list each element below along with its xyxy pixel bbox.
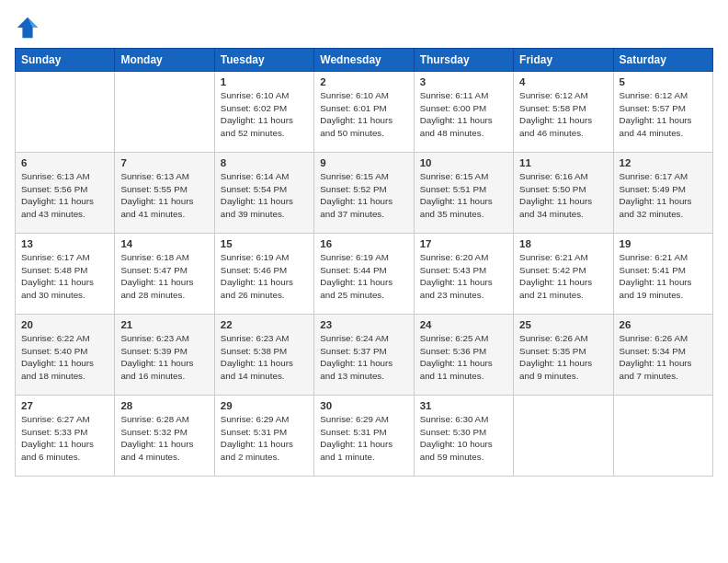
calendar-cell: 26Sunrise: 6:26 AMSunset: 5:34 PMDayligh… — [613, 315, 712, 396]
day-info: Sunrise: 6:15 AMSunset: 5:52 PMDaylight:… — [320, 170, 407, 221]
day-number: 31 — [420, 400, 507, 411]
day-info: Sunrise: 6:12 AMSunset: 5:57 PMDaylight:… — [620, 89, 707, 140]
day-info: Sunrise: 6:13 AMSunset: 5:56 PMDaylight:… — [21, 170, 108, 221]
day-number: 23 — [320, 319, 407, 330]
calendar-cell: 28Sunrise: 6:28 AMSunset: 5:32 PMDayligh… — [115, 396, 214, 477]
calendar-cell: 19Sunrise: 6:21 AMSunset: 5:41 PMDayligh… — [613, 234, 712, 315]
day-info: Sunrise: 6:16 AMSunset: 5:50 PMDaylight:… — [519, 170, 607, 221]
page-header — [15, 15, 713, 40]
calendar-week: 27Sunrise: 6:27 AMSunset: 5:33 PMDayligh… — [16, 396, 713, 477]
day-info: Sunrise: 6:26 AMSunset: 5:34 PMDaylight:… — [620, 332, 707, 383]
day-info: Sunrise: 6:30 AMSunset: 5:30 PMDaylight:… — [420, 413, 507, 464]
day-number: 16 — [320, 238, 407, 249]
day-info: Sunrise: 6:12 AMSunset: 5:58 PMDaylight:… — [519, 89, 607, 140]
day-number: 11 — [519, 157, 607, 168]
calendar-table: SundayMondayTuesdayWednesdayThursdayFrid… — [15, 48, 713, 477]
weekday-header: Saturday — [613, 49, 712, 72]
calendar-cell — [613, 396, 712, 477]
calendar-cell: 23Sunrise: 6:24 AMSunset: 5:37 PMDayligh… — [314, 315, 414, 396]
calendar-cell: 22Sunrise: 6:23 AMSunset: 5:38 PMDayligh… — [214, 315, 313, 396]
day-number: 2 — [320, 76, 407, 87]
calendar-cell: 21Sunrise: 6:23 AMSunset: 5:39 PMDayligh… — [115, 315, 214, 396]
day-info: Sunrise: 6:10 AMSunset: 6:02 PMDaylight:… — [221, 89, 308, 140]
calendar-cell: 8Sunrise: 6:14 AMSunset: 5:54 PMDaylight… — [214, 153, 313, 234]
calendar-cell: 13Sunrise: 6:17 AMSunset: 5:48 PMDayligh… — [16, 234, 115, 315]
calendar-week: 6Sunrise: 6:13 AMSunset: 5:56 PMDaylight… — [16, 153, 713, 234]
calendar-cell: 17Sunrise: 6:20 AMSunset: 5:43 PMDayligh… — [414, 234, 513, 315]
calendar-cell: 9Sunrise: 6:15 AMSunset: 5:52 PMDaylight… — [314, 153, 414, 234]
day-number: 9 — [320, 157, 407, 168]
calendar-cell: 10Sunrise: 6:15 AMSunset: 5:51 PMDayligh… — [414, 153, 513, 234]
calendar-cell: 11Sunrise: 6:16 AMSunset: 5:50 PMDayligh… — [514, 153, 613, 234]
day-info: Sunrise: 6:19 AMSunset: 5:44 PMDaylight:… — [320, 251, 407, 302]
calendar-cell: 24Sunrise: 6:25 AMSunset: 5:36 PMDayligh… — [414, 315, 513, 396]
day-number: 8 — [221, 157, 308, 168]
logo-icon — [15, 15, 40, 40]
calendar-week: 1Sunrise: 6:10 AMSunset: 6:02 PMDaylight… — [16, 72, 713, 153]
day-info: Sunrise: 6:22 AMSunset: 5:40 PMDaylight:… — [21, 332, 108, 383]
day-info: Sunrise: 6:23 AMSunset: 5:38 PMDaylight:… — [221, 332, 308, 383]
day-info: Sunrise: 6:26 AMSunset: 5:35 PMDaylight:… — [519, 332, 607, 383]
weekday-header: Friday — [514, 49, 613, 72]
calendar-header: SundayMondayTuesdayWednesdayThursdayFrid… — [16, 49, 713, 72]
day-info: Sunrise: 6:21 AMSunset: 5:42 PMDaylight:… — [519, 251, 607, 302]
day-number: 24 — [420, 319, 507, 330]
day-info: Sunrise: 6:10 AMSunset: 6:01 PMDaylight:… — [320, 89, 407, 140]
calendar-cell: 4Sunrise: 6:12 AMSunset: 5:58 PMDaylight… — [514, 72, 613, 153]
weekday-header: Monday — [115, 49, 214, 72]
day-info: Sunrise: 6:23 AMSunset: 5:39 PMDaylight:… — [120, 332, 208, 383]
day-number: 27 — [21, 400, 108, 411]
weekday-header: Thursday — [414, 49, 513, 72]
day-info: Sunrise: 6:17 AMSunset: 5:49 PMDaylight:… — [620, 170, 707, 221]
day-number: 18 — [519, 238, 607, 249]
day-info: Sunrise: 6:20 AMSunset: 5:43 PMDaylight:… — [420, 251, 507, 302]
calendar-cell: 27Sunrise: 6:27 AMSunset: 5:33 PMDayligh… — [16, 396, 115, 477]
calendar-cell: 16Sunrise: 6:19 AMSunset: 5:44 PMDayligh… — [314, 234, 414, 315]
day-number: 28 — [120, 400, 208, 411]
day-info: Sunrise: 6:15 AMSunset: 5:51 PMDaylight:… — [420, 170, 507, 221]
day-number: 12 — [620, 157, 707, 168]
day-info: Sunrise: 6:29 AMSunset: 5:31 PMDaylight:… — [221, 413, 308, 464]
day-number: 10 — [420, 157, 507, 168]
calendar-cell — [16, 72, 115, 153]
day-info: Sunrise: 6:24 AMSunset: 5:37 PMDaylight:… — [320, 332, 407, 383]
weekday-header: Tuesday — [214, 49, 313, 72]
day-number: 21 — [120, 319, 208, 330]
calendar-cell: 14Sunrise: 6:18 AMSunset: 5:47 PMDayligh… — [115, 234, 214, 315]
calendar-cell: 25Sunrise: 6:26 AMSunset: 5:35 PMDayligh… — [514, 315, 613, 396]
day-info: Sunrise: 6:19 AMSunset: 5:46 PMDaylight:… — [221, 251, 308, 302]
calendar-cell: 2Sunrise: 6:10 AMSunset: 6:01 PMDaylight… — [314, 72, 414, 153]
calendar-week: 13Sunrise: 6:17 AMSunset: 5:48 PMDayligh… — [16, 234, 713, 315]
weekday-header: Wednesday — [314, 49, 414, 72]
day-info: Sunrise: 6:13 AMSunset: 5:55 PMDaylight:… — [120, 170, 208, 221]
calendar-cell: 6Sunrise: 6:13 AMSunset: 5:56 PMDaylight… — [16, 153, 115, 234]
day-number: 14 — [120, 238, 208, 249]
calendar-cell: 15Sunrise: 6:19 AMSunset: 5:46 PMDayligh… — [214, 234, 313, 315]
day-info: Sunrise: 6:27 AMSunset: 5:33 PMDaylight:… — [21, 413, 108, 464]
day-info: Sunrise: 6:29 AMSunset: 5:31 PMDaylight:… — [320, 413, 407, 464]
day-number: 25 — [519, 319, 607, 330]
day-info: Sunrise: 6:25 AMSunset: 5:36 PMDaylight:… — [420, 332, 507, 383]
day-number: 5 — [620, 76, 707, 87]
calendar-cell — [115, 72, 214, 153]
day-info: Sunrise: 6:17 AMSunset: 5:48 PMDaylight:… — [21, 251, 108, 302]
calendar-week: 20Sunrise: 6:22 AMSunset: 5:40 PMDayligh… — [16, 315, 713, 396]
calendar-cell: 31Sunrise: 6:30 AMSunset: 5:30 PMDayligh… — [414, 396, 513, 477]
calendar-cell: 30Sunrise: 6:29 AMSunset: 5:31 PMDayligh… — [314, 396, 414, 477]
calendar-cell: 5Sunrise: 6:12 AMSunset: 5:57 PMDaylight… — [613, 72, 712, 153]
day-info: Sunrise: 6:21 AMSunset: 5:41 PMDaylight:… — [620, 251, 707, 302]
day-info: Sunrise: 6:18 AMSunset: 5:47 PMDaylight:… — [120, 251, 208, 302]
day-info: Sunrise: 6:28 AMSunset: 5:32 PMDaylight:… — [120, 413, 208, 464]
weekday-header: Sunday — [16, 49, 115, 72]
day-number: 19 — [620, 238, 707, 249]
calendar-cell: 7Sunrise: 6:13 AMSunset: 5:55 PMDaylight… — [115, 153, 214, 234]
calendar-cell: 1Sunrise: 6:10 AMSunset: 6:02 PMDaylight… — [214, 72, 313, 153]
day-info: Sunrise: 6:14 AMSunset: 5:54 PMDaylight:… — [221, 170, 308, 221]
day-number: 7 — [120, 157, 208, 168]
logo — [15, 15, 44, 40]
calendar-cell — [514, 396, 613, 477]
day-number: 17 — [420, 238, 507, 249]
day-number: 15 — [221, 238, 308, 249]
calendar-cell: 29Sunrise: 6:29 AMSunset: 5:31 PMDayligh… — [214, 396, 313, 477]
day-number: 26 — [620, 319, 707, 330]
